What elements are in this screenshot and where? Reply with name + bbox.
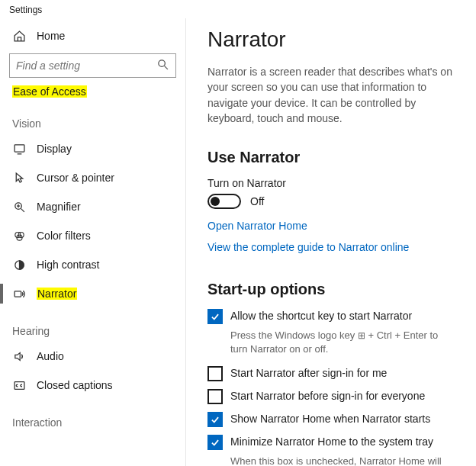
cursor-icon [12,172,26,185]
narrator-icon [12,288,26,300]
checkbox-show-home[interactable] [207,412,223,427]
checkbox-label: Show Narrator Home when Narrator starts [230,412,430,425]
display-icon [12,143,26,156]
group-hearing: Hearing [0,308,185,342]
checkbox-label: Start Narrator after sign-in for me [230,366,387,379]
svg-point-0 [159,60,166,67]
page-description: Narrator is a screen reader that describ… [207,64,458,126]
sidebar-label: Magnifier [37,201,81,213]
group-interaction: Interaction [0,400,185,433]
group-vision: Vision [0,101,185,134]
narrator-toggle[interactable] [207,194,241,209]
shortcut-hint: Press the Windows logo key ⊞ + Ctrl + En… [230,329,458,356]
sidebar-label: Color filters [37,230,91,242]
home-nav[interactable]: Home [0,21,185,50]
sidebar-item-cursor[interactable]: Cursor & pointer [0,163,185,192]
sidebar-item-narrator[interactable]: Narrator [0,279,185,308]
windows-key-icon: ⊞ [358,330,365,341]
sidebar-label: High contrast [37,259,99,271]
sidebar-label: Display [37,143,72,155]
minimize-hint: When this box is unchecked, Narrator Hom… [230,455,458,466]
sidebar-item-highcontrast[interactable]: High contrast [0,250,185,279]
svg-line-5 [21,208,24,211]
sidebar-label: Narrator [37,288,77,300]
sidebar-item-display[interactable]: Display [0,134,185,163]
sidebar-label: Cursor & pointer [37,172,114,184]
page-title: Narrator [207,27,458,52]
toggle-state: Off [250,195,264,207]
search-icon [156,58,169,73]
svg-rect-12 [14,291,21,296]
home-label: Home [37,30,65,42]
window-title: Settings [0,0,476,18]
sidebar-item-audio[interactable]: Audio [0,342,185,371]
sidebar-label: Closed captions [37,379,113,391]
sidebar: Home Ease of Access Vision Display Curso… [0,18,186,466]
checkbox-label: Minimize Narrator Home to the system tra… [230,435,433,448]
home-icon [12,30,26,43]
audio-icon [12,350,26,363]
category-label-row: Ease of Access [0,85,185,101]
sidebar-item-colorfilters[interactable]: Color filters [0,221,185,250]
svg-line-1 [165,66,168,69]
category-label: Ease of Access [12,85,87,98]
magnifier-icon [12,201,26,214]
checkbox-before-signin[interactable] [207,389,223,404]
closedcaptions-icon [12,379,26,392]
checkbox-after-signin[interactable] [207,366,223,381]
sidebar-item-magnifier[interactable]: Magnifier [0,192,185,221]
highcontrast-icon [12,259,26,272]
checkbox-label: Allow the shortcut key to start Narrator [230,309,412,322]
sidebar-item-closedcaptions[interactable]: Closed captions [0,371,185,400]
search-input-wrapper[interactable] [9,53,176,78]
link-narrator-guide[interactable]: View the complete guide to Narrator onli… [207,241,458,253]
toggle-label: Turn on Narrator [207,177,458,189]
content-pane: Narrator Narrator is a screen reader tha… [186,18,476,466]
colorfilters-icon [12,230,26,243]
sidebar-label: Audio [37,350,64,362]
link-open-narrator-home[interactable]: Open Narrator Home [207,220,458,232]
checkbox-allow-shortcut[interactable] [207,309,223,324]
svg-rect-2 [14,144,24,151]
checkbox-minimize-tray[interactable] [207,435,223,450]
group-startup-options: Start-up options [207,281,458,298]
search-input[interactable] [16,59,152,72]
checkbox-label: Start Narrator before sign-in for everyo… [230,389,425,402]
group-use-narrator: Use Narrator [207,149,458,166]
